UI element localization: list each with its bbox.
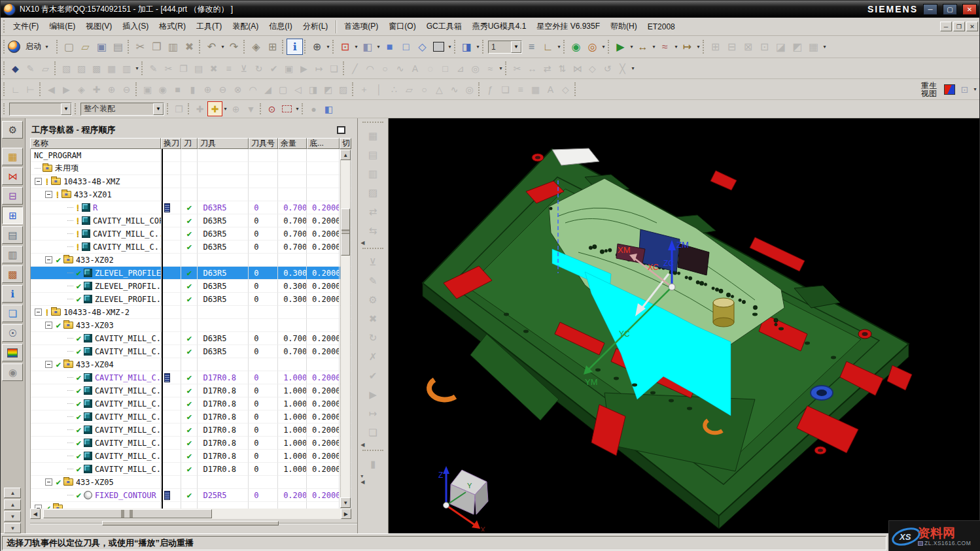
- sequence-replay-icon[interactable]: ▶: [612, 39, 629, 55]
- resource-tab-part-navigator[interactable]: ⊟: [2, 187, 23, 205]
- pull-face-icon[interactable]: ⊟: [724, 39, 740, 55]
- menu-item-analysis[interactable]: 分析(L): [298, 19, 334, 34]
- arc-icon[interactable]: ◠: [362, 61, 377, 76]
- scroll-to-top-button[interactable]: ▲: [4, 488, 21, 498]
- splitter-grip[interactable]: [102, 521, 279, 526]
- mirror-curve-icon[interactable]: ⋈: [570, 61, 585, 76]
- hscroll-thumb[interactable]: [43, 509, 212, 518]
- doc-close-button[interactable]: ✕: [966, 22, 978, 31]
- tree-row-20[interactable]: ✔CAVITY_MILL_C...✔D17R0.801.00000.2000: [31, 410, 351, 424]
- wcs-dynamics-icon[interactable]: ∟: [540, 39, 556, 55]
- rectangle-select-dropdown-icon[interactable]: ▾: [294, 106, 300, 112]
- selection-scope-combo-dropdown-icon[interactable]: ▼: [153, 103, 164, 115]
- back-arrow-icon[interactable]: ◀: [44, 82, 59, 97]
- spline-icon[interactable]: ∿: [393, 61, 408, 76]
- sweep-icon[interactable]: ∿: [447, 82, 462, 97]
- scale-curve-icon[interactable]: ◇: [585, 61, 600, 76]
- maximize-button[interactable]: ▢: [943, 4, 957, 15]
- verify-toolpath-icon[interactable]: ✔: [266, 61, 281, 76]
- menu-item-window[interactable]: 窗口(O): [383, 19, 421, 34]
- selection-type-combo[interactable]: ▼: [9, 103, 72, 116]
- menu-item-gc-toolbox[interactable]: GC工具箱: [421, 19, 467, 34]
- delete-operation-icon[interactable]: ✖: [206, 61, 221, 76]
- helix-dropdown-icon[interactable]: ▾: [498, 65, 504, 71]
- selection-scope-combo[interactable]: 整个装配▼: [80, 103, 164, 116]
- tree-row-9[interactable]: ✔ZLEVEL_PROFILE✔D63R500.30000.2000: [31, 267, 351, 280]
- expander-icon[interactable]: [35, 178, 42, 185]
- paste-icon[interactable]: ▥: [165, 39, 181, 55]
- redo-icon[interactable]: ↷: [226, 39, 242, 55]
- column-header-7[interactable]: 切: [340, 138, 351, 149]
- find-component-dropdown-icon[interactable]: ▾: [325, 44, 331, 50]
- tree-row-22[interactable]: ✔CAVITY_MILL_C...✔D17R0.801.00000.2000: [31, 437, 351, 450]
- boolean-subtract-icon[interactable]: ⊖: [215, 82, 230, 97]
- project-curve-icon[interactable]: ⇅: [555, 61, 570, 76]
- undo-icon[interactable]: ↶: [203, 39, 220, 55]
- translucent-display-icon[interactable]: ⊡: [957, 82, 972, 97]
- resource-tab-reuse-library[interactable]: ▩: [2, 265, 23, 283]
- tree-row-3[interactable]: !433-XZ01: [31, 188, 351, 201]
- expression-icon[interactable]: ƒ: [483, 82, 498, 97]
- locate-filter-icon[interactable]: ⊕: [228, 101, 243, 116]
- toolpath-wrench-icon[interactable]: ⚙: [363, 290, 383, 309]
- tree-row-11[interactable]: ✔ZLEVEL_PROFIL...✔D63R500.30000.2000: [31, 293, 351, 306]
- macro-icon[interactable]: ≡: [513, 82, 528, 97]
- cone-icon[interactable]: △: [432, 82, 447, 97]
- replay-toolpath-icon[interactable]: ↻: [251, 61, 266, 76]
- cut-operation-icon[interactable]: ✂: [161, 61, 176, 76]
- print-icon[interactable]: ▤: [110, 39, 126, 55]
- edit-operation-icon[interactable]: ✎: [146, 61, 161, 76]
- wcs-orient-icon[interactable]: ⊢: [23, 82, 38, 97]
- create-operation-dropdown-icon[interactable]: ▾: [134, 65, 140, 71]
- shell-icon[interactable]: ▢: [275, 82, 290, 97]
- measure-distance-icon[interactable]: ↔: [635, 39, 651, 55]
- expander-icon[interactable]: [45, 191, 52, 198]
- doc-minimize-button[interactable]: ─: [940, 22, 952, 31]
- sphere-icon[interactable]: ○: [417, 82, 432, 97]
- deviation-gauge-dropdown-icon[interactable]: ▾: [673, 44, 679, 50]
- offset-region-icon[interactable]: ⊠: [740, 39, 756, 55]
- extend-curve-icon[interactable]: ↔: [525, 61, 540, 76]
- create-operation-icon[interactable]: ▥: [119, 61, 134, 76]
- shop-documentation-icon[interactable]: ❏: [326, 61, 341, 76]
- interpart-link-icon[interactable]: ❐: [171, 101, 186, 116]
- tree-row-10[interactable]: ✔ZLEVEL_PROFIL...✔D63R500.30000.2000: [31, 280, 351, 293]
- menu-item-information[interactable]: 信息(I): [264, 19, 297, 34]
- menu-item-insert[interactable]: 插入(S): [117, 19, 154, 34]
- column-header-3[interactable]: 刀具: [198, 138, 249, 149]
- work-view-cube-icon[interactable]: ◧: [321, 101, 336, 116]
- translucent-display-dropdown-icon[interactable]: ▾: [972, 86, 978, 92]
- rename-operation-icon[interactable]: ≡: [221, 61, 236, 76]
- ellipse-icon[interactable]: ◎: [468, 61, 483, 76]
- column-divider[interactable]: [162, 149, 163, 509]
- tree-row-4[interactable]: !R✔D63R500.70000.2000: [31, 201, 351, 214]
- gouge-check-icon[interactable]: ✗: [363, 347, 383, 366]
- background-swatch-icon[interactable]: [430, 39, 447, 55]
- show-hide-icon[interactable]: ◎: [584, 39, 601, 55]
- helix-icon[interactable]: ≈: [483, 61, 498, 76]
- resource-tab-assembly-navigator[interactable]: ▦: [2, 148, 23, 165]
- close-button[interactable]: ✕: [962, 4, 977, 15]
- replace-face-icon[interactable]: ⊡: [756, 39, 773, 55]
- divide-curve-icon[interactable]: ╳: [615, 61, 630, 76]
- menu-item-tools[interactable]: 工具(T): [191, 19, 227, 34]
- layer-settings-icon[interactable]: ≡: [523, 39, 540, 55]
- collapse-arrow-icon[interactable]: ◀: [360, 442, 364, 448]
- geometry-view-icon[interactable]: ▥: [363, 164, 383, 183]
- machine-simulate-icon[interactable]: ▶: [296, 61, 311, 76]
- machine-tool-view-icon[interactable]: ▤: [363, 145, 383, 164]
- exchange-method-icon[interactable]: ⇆: [363, 221, 383, 240]
- cam-solid-icon[interactable]: ◆: [8, 61, 23, 76]
- revolve-icon[interactable]: ◉: [155, 82, 170, 97]
- generate-toolpath-icon[interactable]: ⊻: [236, 61, 251, 76]
- shaded-display-swatch-icon[interactable]: [942, 82, 957, 97]
- delete-face-icon[interactable]: ◪: [773, 39, 789, 55]
- extrude-icon[interactable]: ▣: [140, 82, 155, 97]
- edge-blend-icon[interactable]: ◠: [245, 82, 260, 97]
- scroll-right-button[interactable]: ▶: [341, 509, 351, 519]
- clip-section-dropdown-icon[interactable]: ▾: [475, 44, 481, 50]
- forward-arrow-icon[interactable]: ▶: [59, 82, 74, 97]
- menu-item-edit[interactable]: 编辑(E): [44, 19, 80, 34]
- doc-restore-button[interactable]: ❐: [953, 22, 965, 31]
- transform-curve-icon[interactable]: ↺: [600, 61, 615, 76]
